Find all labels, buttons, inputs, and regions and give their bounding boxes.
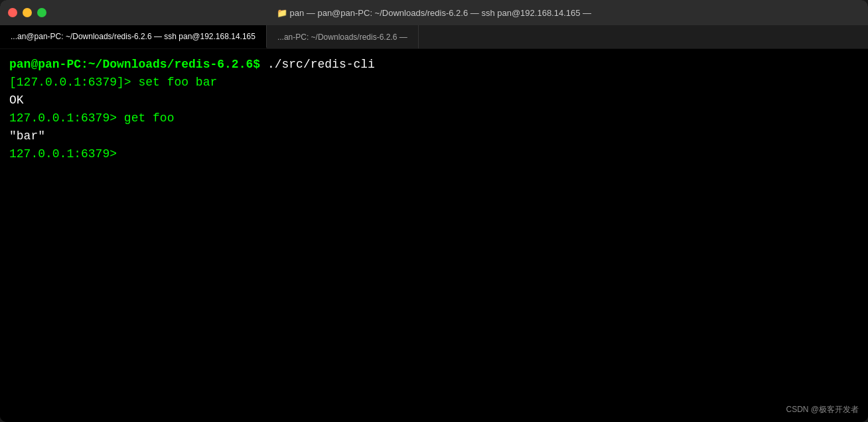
prompt-6: 127.0.0.1:6379> <box>9 145 124 163</box>
output-5: "bar" <box>9 127 45 145</box>
title-icon: 📁 <box>277 8 290 18</box>
command-1: ./src/redis-cli <box>267 56 375 74</box>
prompt-2: [127.0.0.1:6379]> <box>9 74 138 92</box>
traffic-lights <box>8 8 46 17</box>
tabs-bar: ...an@pan-PC: ~/Downloads/redis-6.2.6 — … <box>0 25 868 49</box>
terminal-line-3: OK <box>9 92 859 109</box>
close-button[interactable] <box>8 8 17 17</box>
prompt-4: 127.0.0.1:6379> <box>9 109 124 127</box>
terminal-line-4: 127.0.0.1:6379> get foo <box>9 109 859 127</box>
command-2: set foo bar <box>138 74 217 92</box>
watermark: CSDN @极客开发者 <box>786 403 859 415</box>
tab-1[interactable]: ...an@pan-PC: ~/Downloads/redis-6.2.6 — … <box>0 25 267 48</box>
output-3: OK <box>9 92 24 109</box>
window-title: 📁 pan — pan@pan-PC: ~/Downloads/redis-6.… <box>277 8 591 18</box>
command-4: get foo <box>124 109 175 127</box>
titlebar: 📁 pan — pan@pan-PC: ~/Downloads/redis-6.… <box>0 0 868 25</box>
terminal-line-5: "bar" <box>9 127 859 145</box>
terminal-line-2: [127.0.0.1:6379]> set foo bar <box>9 74 859 92</box>
terminal-line-6: 127.0.0.1:6379> <box>9 145 859 163</box>
tab-2[interactable]: ...an-PC: ~/Downloads/redis-6.2.6 — <box>267 25 419 48</box>
maximize-button[interactable] <box>37 8 46 17</box>
prompt-1: pan@pan-PC:~/Downloads/redis-6.2.6$ <box>9 56 267 74</box>
terminal-window: 📁 pan — pan@pan-PC: ~/Downloads/redis-6.… <box>0 0 868 422</box>
terminal-content[interactable]: pan@pan-PC:~/Downloads/redis-6.2.6$ ./sr… <box>0 49 868 422</box>
minimize-button[interactable] <box>23 8 32 17</box>
terminal-line-1: pan@pan-PC:~/Downloads/redis-6.2.6$ ./sr… <box>9 56 859 74</box>
